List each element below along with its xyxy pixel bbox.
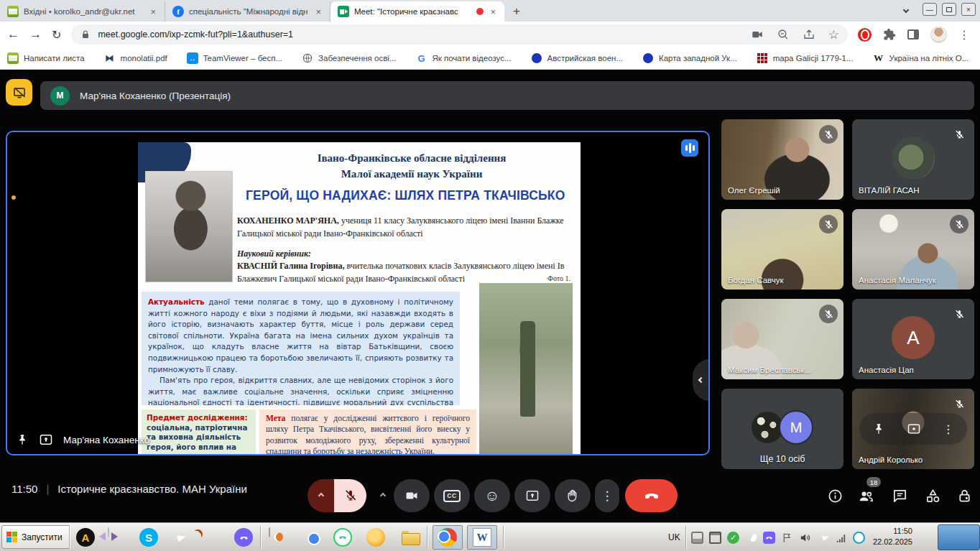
bookmark-wikipedia[interactable]: W Україна на літніх О... (873, 52, 969, 64)
tab-close-icon[interactable]: × (149, 6, 157, 17)
notification-dot (11, 195, 16, 200)
participant-tile-andrii-korolko[interactable]: ⋮ Андрій Королько (852, 389, 974, 469)
url-text[interactable]: meet.google.com/ixp-zcmk-fut?pli=1&authu… (98, 29, 744, 40)
tray-viber-icon[interactable] (763, 532, 775, 544)
supervisor-rest: вчителька початкових класів Залуквянсько… (345, 261, 565, 271)
tab-facebook[interactable]: f спеціальність "Міжнародні відн × (165, 1, 330, 22)
blue-dot-icon (643, 53, 653, 63)
participants-icon[interactable] (858, 488, 874, 504)
bookmark-label: Забезпечення осві... (318, 54, 396, 62)
meeting-details-icon[interactable] (827, 488, 843, 504)
pin-icon[interactable] (16, 433, 29, 446)
https-lock-icon (80, 29, 91, 40)
end-call-button[interactable] (625, 479, 678, 512)
side-panel-icon[interactable] (907, 29, 919, 40)
reload-button[interactable]: ↻ (52, 28, 61, 42)
word-window-button[interactable]: W (467, 525, 497, 550)
viber-icon[interactable] (234, 528, 253, 547)
presenter-banner[interactable]: M Мар'яна Коханенко (Презентація) (40, 81, 974, 110)
slide-supervisor-line1: КВАСНІЙ Галина Ігорівна, вчителька почат… (237, 261, 581, 272)
tile-more-options-icon[interactable]: ⋮ (943, 422, 954, 436)
tray-network-signal-icon[interactable] (835, 532, 847, 544)
tab-google-meet-active[interactable]: Meet: "Історичне краєзнавс × (330, 1, 504, 22)
tab-close-icon[interactable]: × (489, 6, 497, 17)
presentation-off-button[interactable] (6, 79, 32, 106)
tray-antivirus-check-icon[interactable]: ✓ (727, 532, 739, 544)
skype-icon[interactable]: S (139, 528, 158, 547)
adblock-extension-icon[interactable] (858, 28, 872, 42)
present-screen-button[interactable] (514, 479, 550, 512)
zoom-icon[interactable] (777, 28, 790, 41)
participant-tile-anastasiia-tsap[interactable]: A Анастасія Цап (852, 299, 974, 379)
taskbar-separator (503, 526, 504, 549)
tab-search-chevron-icon[interactable] (903, 7, 909, 13)
reactions-button[interactable]: ☺ (474, 479, 510, 512)
pin-icon[interactable] (872, 422, 885, 435)
clock-time: 11:50 (861, 526, 912, 537)
mic-options-chevron-button[interactable] (308, 479, 334, 512)
forward-button[interactable]: → (29, 27, 42, 42)
taskbar-separator (427, 526, 428, 549)
bookmarks-bar: Написати листа ⧓ monolatii.pdf ↔ TeamVie… (0, 47, 980, 70)
address-bar[interactable]: meet.google.com/ixp-zcmk-fut?pli=1&authu… (71, 24, 848, 45)
add-to-main-screen-icon[interactable] (907, 422, 921, 436)
tray-volume-icon[interactable] (799, 532, 811, 544)
system-clock[interactable]: 11:50 22.02.2025 (861, 526, 912, 547)
more-options-button[interactable]: ⋮ (595, 479, 619, 512)
language-indicator[interactable]: UK (668, 532, 680, 542)
microphone-muted-button[interactable] (334, 479, 366, 512)
tray-flag-icon[interactable] (781, 532, 793, 544)
raise-hand-button[interactable] (555, 479, 591, 512)
chrome-active-window-button[interactable] (433, 525, 463, 550)
chat-icon[interactable] (892, 488, 908, 504)
shared-presentation-region[interactable]: Івано-Франківське обласне відділення Мал… (6, 131, 710, 455)
participant-tile-vitalii-hasan[interactable]: ВІТАЛІЙ ГАСАН (852, 119, 974, 200)
tray-stack-icon[interactable] (691, 532, 703, 544)
present-tile-icon[interactable] (39, 432, 53, 447)
bookmark-star-icon[interactable]: ☆ (828, 27, 839, 42)
presentation-slide: Івано-Франківське обласне відділення Мал… (138, 142, 581, 455)
bookmark-teamviewer[interactable]: ↔ TeamViewer – бесп... (187, 52, 282, 64)
media-player-icon[interactable] (269, 527, 270, 537)
browser-menu-icon[interactable]: ⋮ (958, 28, 970, 42)
camera-button[interactable] (394, 479, 430, 512)
host-controls-icon[interactable] (956, 488, 973, 504)
minimized-window-button[interactable] (938, 524, 980, 550)
bookmark-write-letter[interactable]: Написати листа (7, 52, 85, 64)
tray-clipboard-icon[interactable] (709, 532, 721, 544)
collapse-sidebar-handle[interactable] (693, 359, 710, 401)
participant-tile-maksym-breslavskyi[interactable]: Максим Бреславськ... (721, 299, 843, 379)
close-window-button[interactable]: × (961, 3, 976, 16)
profile-avatar[interactable] (930, 27, 947, 43)
activities-icon[interactable] (925, 488, 941, 504)
participant-tile-anastasiia-malanchuk[interactable]: Анастасія Маланчук (852, 209, 974, 290)
aimp-icon[interactable]: A (76, 528, 95, 547)
camera-permission-icon[interactable] (751, 28, 764, 41)
bookmark-map-western-ukraine[interactable]: Карта западной Ук... (642, 52, 737, 64)
bookmark-austrian-military[interactable]: Австрийская воен... (531, 52, 623, 64)
participant-tile-overflow[interactable]: M Ще 10 осіб (721, 389, 843, 469)
bookmark-pdf[interactable]: ⧓ monolatii.pdf (104, 52, 167, 64)
participant-tile-oleg-yehreshii[interactable]: Олег Єгрешій (721, 119, 843, 200)
minimize-button[interactable]: — (923, 3, 937, 16)
restore-button[interactable] (942, 3, 956, 16)
new-tab-button[interactable]: + (504, 4, 529, 22)
participant-tile-bohdan-savchuk[interactable]: Богдан Савчук (721, 209, 843, 290)
back-button[interactable]: ← (7, 27, 19, 42)
presentation-caption: Мар'яна Коханенко (16, 432, 149, 447)
bookmark-mapa-galicji[interactable]: mapa Galicji 1779-1... (757, 52, 854, 64)
captions-button[interactable]: CC (434, 479, 470, 512)
meet-main-area: M Мар'яна Коханенко (Презентація) Івано-… (0, 70, 980, 522)
supervisor-name: КВАСНІЙ Галина Ігорівна, (237, 261, 345, 271)
tab-ukrnet-mail[interactable]: Вхідні • korolko_andr@ukr.net × (0, 1, 165, 22)
extensions-puzzle-icon[interactable] (883, 28, 896, 41)
bookmark-education[interactable]: Забезпечення осві... (302, 52, 396, 64)
mono-app-icon[interactable] (366, 528, 385, 547)
whatsapp-icon[interactable] (333, 528, 352, 547)
start-button[interactable]: Запустити (1, 525, 70, 549)
tab-close-icon[interactable]: × (314, 6, 323, 17)
kmplayer-icon[interactable] (108, 527, 109, 537)
bookmark-video-call-help[interactable]: G Як почати відеозус... (415, 52, 511, 64)
camera-options-chevron-button[interactable] (374, 479, 392, 512)
share-icon[interactable] (803, 28, 815, 41)
